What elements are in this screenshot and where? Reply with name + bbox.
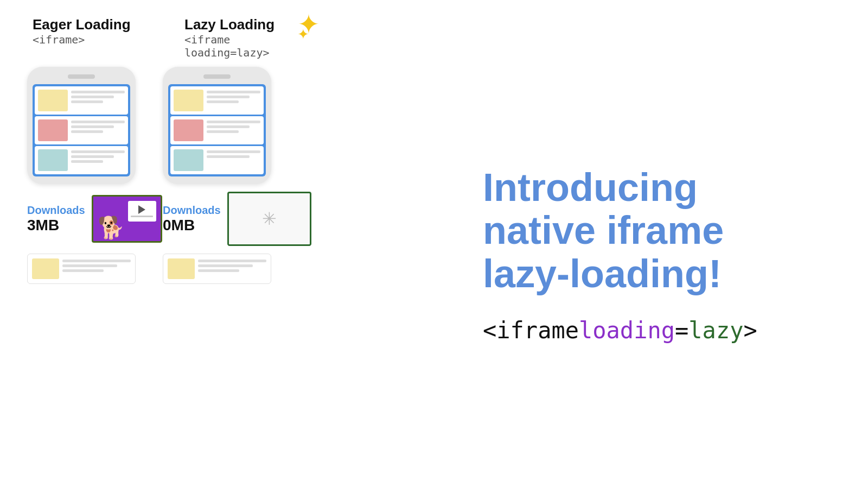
lazy-loading-title: Lazy Loading [184, 16, 304, 33]
video-box [128, 201, 156, 222]
eager-phone [27, 67, 136, 184]
code-lazy: lazy [688, 317, 743, 344]
sparkle-small-icon: ✦ [297, 27, 309, 41]
eager-loading-subtitle: <iframe> [33, 33, 141, 46]
intro-heading: Introducing native iframe lazy-loading! [483, 166, 841, 295]
lazy-iframe-placeholder: ✳ [227, 192, 311, 246]
lazy-loading-subtitle: <iframe loading=lazy> [184, 33, 304, 59]
code-close: > [743, 317, 757, 344]
code-equals: = [675, 317, 688, 344]
lazy-bottom-card [163, 254, 271, 284]
code-loading: loading [579, 317, 675, 344]
lazy-phone [163, 67, 271, 184]
dog-icon: 🐕 [98, 217, 125, 238]
eager-downloads-label: Downloads 3MB [27, 204, 85, 234]
code-iframe: <iframe [483, 317, 579, 344]
eager-loading-title: Eager Loading [33, 16, 141, 33]
intro-code: <iframe loading = lazy > [483, 317, 841, 344]
eager-iframe-preview: 🐕 [92, 195, 162, 243]
intro-section: Introducing native iframe lazy-loading! … [450, 16, 841, 483]
lazy-downloads-label: Downloads 0MB [163, 204, 221, 234]
spinner-icon: ✳ [262, 209, 277, 229]
eager-bottom-card [27, 254, 136, 284]
